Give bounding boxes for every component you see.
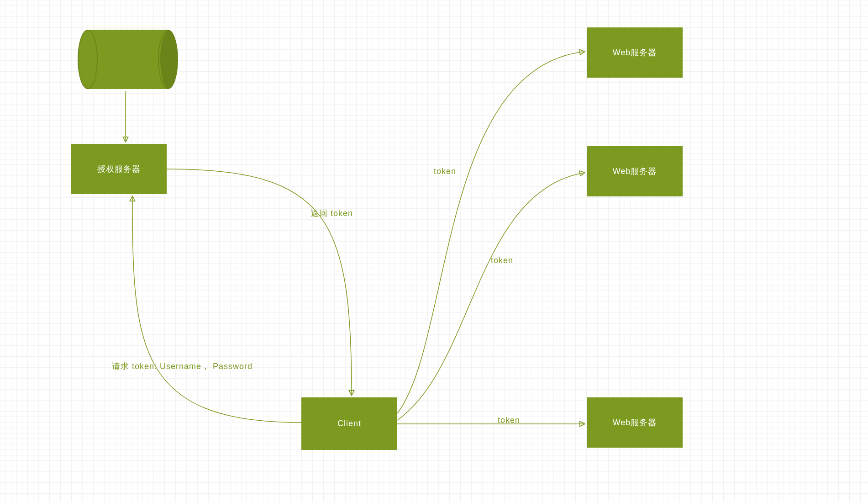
edge-client-to-web1 <box>397 52 584 413</box>
web-server-3-node: Web服务器 <box>587 397 683 448</box>
web-server-1-node: Web服务器 <box>587 27 683 78</box>
web-server-1-label: Web服务器 <box>613 47 657 58</box>
edge-label-token-2: token <box>491 256 513 265</box>
edge-label-token-1: token <box>434 167 456 176</box>
cylinder-cap-icon <box>160 30 178 89</box>
web-server-3-label: Web服务器 <box>613 417 657 428</box>
web-server-2-node: Web服务器 <box>587 146 683 196</box>
auth-server-node: 授权服务器 <box>71 144 167 194</box>
client-label: Client <box>337 419 361 428</box>
edge-label-request-token: 请求 token: Username， Password <box>112 361 253 372</box>
auth-server-label: 授权服务器 <box>97 164 141 174</box>
edge-label-token-3: token <box>498 416 520 425</box>
client-node: Client <box>301 397 397 450</box>
database-node <box>87 30 169 89</box>
web-server-2-label: Web服务器 <box>613 166 657 177</box>
edge-client-to-web2 <box>397 173 584 420</box>
edge-client-to-auth <box>132 196 301 423</box>
edge-label-return-token: 返回 token <box>310 208 353 219</box>
